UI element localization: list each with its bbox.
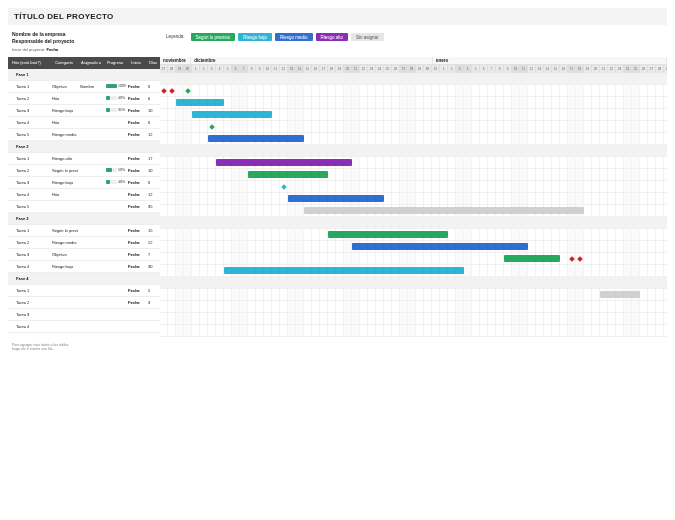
day-cell: 4: [464, 65, 472, 73]
start-value: Fecha: [46, 47, 58, 52]
task-panel: Hito (está listo?) Categoría Asignado a …: [8, 57, 160, 337]
day-cell: 28: [168, 65, 176, 73]
gantt-bar[interactable]: [208, 135, 304, 142]
day-cell: 3: [456, 65, 464, 73]
day-cell: 15: [304, 65, 312, 73]
phase-row[interactable]: Fase 4: [8, 273, 160, 285]
gantt-bar[interactable]: [248, 171, 328, 178]
day-cell: 10: [512, 65, 520, 73]
task-row[interactable]: Tarea 4HitoFecha12: [8, 189, 160, 201]
task-row[interactable]: Tarea 1Riesgo altoFecha17: [8, 153, 160, 165]
legend-chip: Sin asignar: [351, 33, 384, 41]
task-row[interactable]: Tarea 5Riesgo medioFecha12: [8, 129, 160, 141]
task-name: Tarea 4: [8, 120, 50, 125]
task-row[interactable]: Tarea 5Fecha35: [8, 201, 160, 213]
task-name: Tarea 3: [8, 252, 50, 257]
task-row[interactable]: Tarea 4HitoFecha0: [8, 117, 160, 129]
task-row[interactable]: Tarea 3ObjetivoFecha7: [8, 249, 160, 261]
task-row[interactable]: Tarea 3: [8, 309, 160, 321]
col-progress: Progreso: [104, 60, 126, 65]
day-cell: 6: [480, 65, 488, 73]
col-days: Días: [146, 60, 160, 65]
day-cell: 5: [472, 65, 480, 73]
phase-row[interactable]: Fase 2: [8, 141, 160, 153]
gantt-bar[interactable]: [352, 243, 528, 250]
day-cell: 7: [240, 65, 248, 73]
task-row[interactable]: Tarea 2Fecha3: [8, 297, 160, 309]
col-start: Inicio: [126, 60, 146, 65]
day-cell: 21: [352, 65, 360, 73]
day-cell: 18: [328, 65, 336, 73]
task-row[interactable]: Tarea 1Fecha5: [8, 285, 160, 297]
task-row[interactable]: Tarea 1Según lo previstoFecha15: [8, 225, 160, 237]
task-days: 15: [146, 228, 160, 233]
gantt-chart: noviembrediciembreenero 2728293012345678…: [160, 57, 667, 337]
task-name: Tarea 5: [8, 132, 50, 137]
project-meta: Nombre de la empresa Responsable del pro…: [8, 31, 160, 53]
task-days: 12: [146, 192, 160, 197]
day-cell: 18: [576, 65, 584, 73]
day-cell: 7: [488, 65, 496, 73]
col-name: Hito (está listo?): [8, 60, 50, 65]
task-progress: 50%: [104, 168, 126, 172]
day-cell: 26: [640, 65, 648, 73]
gantt-bar[interactable]: [304, 207, 584, 214]
task-days: 6: [146, 96, 160, 101]
task-category: Hito: [50, 192, 78, 197]
task-row[interactable]: Tarea 2Hito40%Fecha6: [8, 93, 160, 105]
task-start: Fecha: [126, 204, 146, 209]
task-days: 0: [146, 84, 160, 89]
phase-row[interactable]: Fase 3: [8, 213, 160, 225]
month-label: diciembre: [191, 57, 433, 64]
phase-row[interactable]: Fase 1: [8, 69, 160, 81]
gantt-bar[interactable]: [328, 231, 448, 238]
task-row[interactable]: Tarea 3Riesgo bajo40%Fecha0: [8, 177, 160, 189]
legend-chips: Según lo previstoRiesgo bajoRiesgo medio…: [191, 33, 384, 41]
task-name: Tarea 2: [8, 240, 50, 245]
legend: Leyenda: Según lo previstoRiesgo bajoRie…: [166, 31, 384, 53]
gantt-bar[interactable]: [288, 195, 384, 202]
task-row[interactable]: Tarea 2Riesgo medioFecha22: [8, 237, 160, 249]
legend-chip: Riesgo bajo: [238, 33, 272, 41]
day-cell: 25: [632, 65, 640, 73]
gantt-bar[interactable]: [176, 99, 224, 106]
gantt-bar[interactable]: [504, 255, 560, 262]
task-row[interactable]: Tarea 2Según lo previsto50%Fecha10: [8, 165, 160, 177]
gantt-bar[interactable]: [600, 291, 640, 298]
day-cell: 8: [496, 65, 504, 73]
day-cell: 22: [360, 65, 368, 73]
task-name: Tarea 3: [8, 180, 50, 185]
task-start: Fecha: [126, 132, 146, 137]
task-start: Fecha: [126, 228, 146, 233]
day-cell: 17: [320, 65, 328, 73]
day-cell: 3: [208, 65, 216, 73]
start-label: Inicio del proyecto:: [12, 47, 45, 52]
day-cell: 13: [536, 65, 544, 73]
task-row[interactable]: Tarea 3Riesgo bajo35%Fecha10: [8, 105, 160, 117]
day-cell: 30: [424, 65, 432, 73]
task-name: Tarea 1: [8, 288, 50, 293]
task-days: 17: [146, 156, 160, 161]
legend-chip: Riesgo alto: [316, 33, 349, 41]
task-days: 22: [146, 240, 160, 245]
phase-name: Fase 1: [12, 72, 160, 77]
day-cell: 23: [616, 65, 624, 73]
gantt-bar[interactable]: [224, 267, 464, 274]
gantt-bar[interactable]: [216, 159, 352, 166]
task-start: Fecha: [126, 168, 146, 173]
day-cell: 14: [544, 65, 552, 73]
task-start: Fecha: [126, 180, 146, 185]
task-days: 0: [146, 120, 160, 125]
task-row[interactable]: Tarea 1ObjetivoNombre100%Fecha0: [8, 81, 160, 93]
task-row[interactable]: Tarea 4: [8, 321, 160, 333]
task-start: Fecha: [126, 120, 146, 125]
task-days: 12: [146, 132, 160, 137]
gantt-bar[interactable]: [192, 111, 272, 118]
day-cell: 29: [664, 65, 667, 73]
task-progress: 100%: [104, 84, 126, 88]
task-start: Fecha: [126, 84, 146, 89]
day-cell: 1: [440, 65, 448, 73]
task-start: Fecha: [126, 96, 146, 101]
task-row[interactable]: Tarea 4Riesgo bajoFecha30: [8, 261, 160, 273]
day-cell: 19: [336, 65, 344, 73]
